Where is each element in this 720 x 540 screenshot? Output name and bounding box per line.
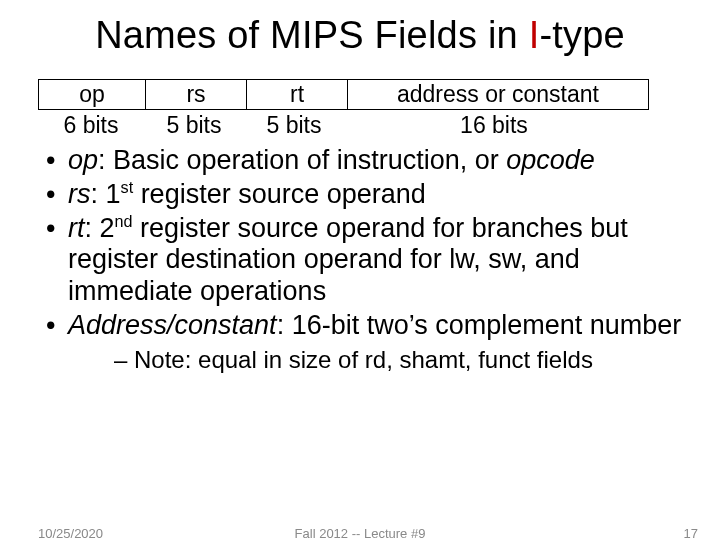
bits-op: 6 bits: [38, 110, 144, 138]
bullet-rt-pre: : 2: [85, 213, 115, 243]
title-accent: I: [529, 14, 540, 56]
footer-mid: Fall 2012 -- Lecture #9: [0, 526, 720, 540]
bullet-rs-sup: st: [121, 178, 134, 196]
bullet-op-term2: opcode: [506, 145, 595, 175]
bullet-list: op: Basic operation of instruction, or o…: [0, 145, 720, 374]
bullet-op-rest: : Basic operation of instruction, or: [98, 145, 506, 175]
field-op: op: [38, 79, 145, 110]
bullet-rs: rs: 1st register source operand: [46, 179, 690, 211]
title-pre: Names of MIPS Fields in: [95, 14, 529, 56]
field-table: op rs rt address or constant 6 bits 5 bi…: [38, 79, 644, 139]
bullet-rt-rest: register source operand for branches but…: [68, 213, 628, 307]
field-rs: rs: [145, 79, 246, 110]
bullet-addr: Address/constant: 16-bit two’s complemen…: [46, 310, 690, 374]
slide: Names of MIPS Fields in I-type op rs rt …: [0, 0, 720, 540]
title-post: -type: [539, 14, 624, 56]
bits-rt: 5 bits: [244, 110, 344, 138]
sub-list: Note: equal in size of rd, shamt, funct …: [68, 346, 690, 374]
bullet-rs-rest: register source operand: [133, 179, 426, 209]
footer-page: 17: [684, 526, 698, 540]
bullet-addr-rest: : 16-bit two’s complement number: [277, 310, 682, 340]
bullet-addr-term: Address/constant: [68, 310, 277, 340]
bullet-rt-sup: nd: [115, 212, 133, 230]
bullet-rt: rt: 2nd register source operand for bran…: [46, 213, 690, 309]
bullet-op: op: Basic operation of instruction, or o…: [46, 145, 690, 177]
field-rt: rt: [246, 79, 347, 110]
field-names-row: op rs rt address or constant: [38, 79, 644, 110]
bits-rs: 5 bits: [144, 110, 244, 138]
bullet-rs-pre: : 1: [91, 179, 121, 209]
slide-title: Names of MIPS Fields in I-type: [0, 0, 720, 57]
bullet-rt-term: rt: [68, 213, 85, 243]
bullet-rs-term: rs: [68, 179, 91, 209]
field-addr: address or constant: [347, 79, 649, 110]
field-bits-row: 6 bits 5 bits 5 bits 16 bits: [38, 110, 644, 138]
bits-addr: 16 bits: [344, 110, 644, 138]
bullet-op-term: op: [68, 145, 98, 175]
sub-note: Note: equal in size of rd, shamt, funct …: [114, 346, 690, 374]
